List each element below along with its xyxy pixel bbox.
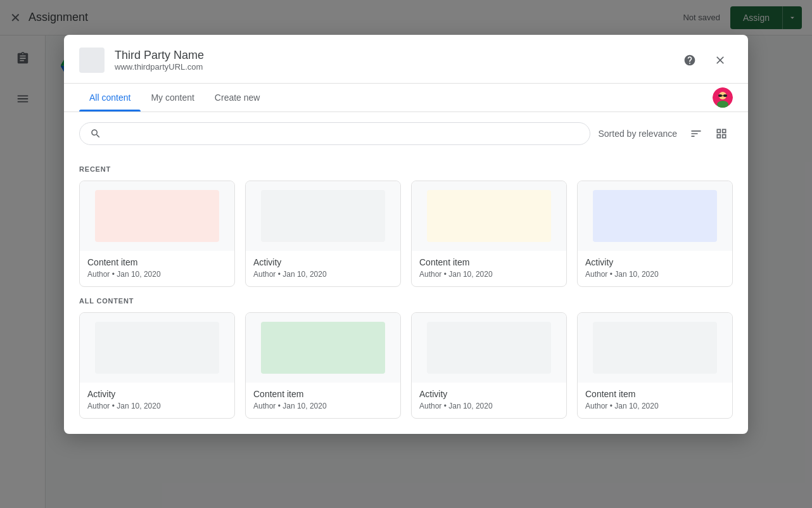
card-1-title: Content item bbox=[87, 257, 227, 267]
card-7-thumb bbox=[412, 313, 566, 383]
card-3-meta: Author • Jan 10, 2020 bbox=[419, 270, 559, 279]
modal-title: Third Party Name bbox=[115, 49, 677, 62]
card-2-thumb-inner bbox=[261, 190, 384, 243]
help-button[interactable] bbox=[677, 48, 702, 73]
card-3[interactable]: Content item Author • Jan 10, 2020 bbox=[411, 181, 567, 287]
card-2-thumb bbox=[246, 181, 400, 251]
card-6-info: Content item Author • Jan 10, 2020 bbox=[246, 383, 400, 418]
recent-cards-grid: Content item Author • Jan 10, 2020 Activ… bbox=[79, 181, 733, 287]
card-7-info: Activity Author • Jan 10, 2020 bbox=[412, 383, 566, 418]
modal-tabs: All content My content Create new bbox=[64, 84, 748, 112]
svg-rect-4 bbox=[722, 96, 724, 96]
modal-body: RECENT Content item Author • Jan 10, 202… bbox=[64, 155, 748, 434]
tab-my-content[interactable]: My content bbox=[141, 84, 204, 111]
card-2-info: Activity Author • Jan 10, 2020 bbox=[246, 251, 400, 286]
modal-header: Third Party Name www.thirdpartyURL.com bbox=[64, 35, 748, 84]
card-7[interactable]: Activity Author • Jan 10, 2020 bbox=[411, 312, 567, 419]
content-picker-modal: Third Party Name www.thirdpartyURL.com A… bbox=[64, 35, 748, 434]
card-5-meta: Author • Jan 10, 2020 bbox=[87, 402, 227, 410]
card-3-thumb-inner bbox=[427, 190, 550, 243]
card-8-meta: Author • Jan 10, 2020 bbox=[585, 402, 725, 410]
card-5-thumb bbox=[80, 313, 234, 383]
all-content-cards-grid: Activity Author • Jan 10, 2020 Content i… bbox=[79, 312, 733, 419]
card-3-thumb bbox=[412, 181, 566, 251]
card-6-meta: Author • Jan 10, 2020 bbox=[253, 402, 393, 410]
card-1-thumb bbox=[80, 181, 234, 251]
card-8-info: Content item Author • Jan 10, 2020 bbox=[578, 383, 732, 418]
tab-create-new[interactable]: Create new bbox=[205, 84, 270, 111]
card-4[interactable]: Activity Author • Jan 10, 2020 bbox=[577, 181, 733, 287]
search-input-wrap[interactable] bbox=[79, 122, 590, 145]
modal-logo bbox=[79, 48, 105, 73]
card-6-thumb bbox=[246, 313, 400, 383]
modal-header-actions bbox=[677, 48, 733, 73]
card-5-thumb-inner bbox=[95, 322, 219, 374]
card-4-meta: Author • Jan 10, 2020 bbox=[585, 270, 725, 279]
card-5[interactable]: Activity Author • Jan 10, 2020 bbox=[79, 312, 235, 419]
card-1[interactable]: Content item Author • Jan 10, 2020 bbox=[79, 181, 235, 287]
card-2[interactable]: Activity Author • Jan 10, 2020 bbox=[245, 181, 401, 287]
search-input[interactable] bbox=[106, 129, 580, 139]
card-8[interactable]: Content item Author • Jan 10, 2020 bbox=[577, 312, 733, 419]
card-6-title: Content item bbox=[253, 389, 393, 399]
modal-url: www.thirdpartyURL.com bbox=[115, 62, 677, 72]
card-4-info: Activity Author • Jan 10, 2020 bbox=[578, 251, 732, 286]
sort-label: Sorted by relevance bbox=[598, 129, 677, 139]
search-bar: Sorted by relevance bbox=[64, 112, 748, 155]
tab-all-content[interactable]: All content bbox=[79, 84, 141, 111]
svg-rect-3 bbox=[723, 94, 727, 97]
user-avatar[interactable] bbox=[713, 87, 733, 108]
search-icon bbox=[90, 128, 101, 139]
modal-overlay: Third Party Name www.thirdpartyURL.com A… bbox=[0, 0, 812, 508]
card-8-thumb bbox=[578, 313, 732, 383]
card-4-thumb-inner bbox=[593, 190, 716, 243]
card-1-meta: Author • Jan 10, 2020 bbox=[87, 270, 227, 279]
recent-section-label: RECENT bbox=[79, 165, 733, 173]
card-1-thumb-inner bbox=[95, 190, 219, 243]
modal-title-block: Third Party Name www.thirdpartyURL.com bbox=[115, 49, 677, 72]
card-3-info: Content item Author • Jan 10, 2020 bbox=[412, 251, 566, 286]
sort-icon-button[interactable] bbox=[685, 122, 707, 145]
card-2-title: Activity bbox=[253, 257, 393, 267]
card-1-info: Content item Author • Jan 10, 2020 bbox=[80, 251, 234, 286]
svg-rect-2 bbox=[718, 94, 722, 97]
view-icons bbox=[685, 122, 733, 145]
card-7-meta: Author • Jan 10, 2020 bbox=[419, 402, 559, 410]
card-5-info: Activity Author • Jan 10, 2020 bbox=[80, 383, 234, 418]
grid-view-button[interactable] bbox=[710, 122, 733, 145]
all-content-section-label: ALL CONTENT bbox=[79, 297, 733, 305]
card-7-title: Activity bbox=[419, 389, 559, 399]
card-6-thumb-inner bbox=[261, 322, 384, 374]
card-7-thumb-inner bbox=[427, 322, 550, 374]
card-5-title: Activity bbox=[87, 389, 227, 399]
card-4-thumb bbox=[578, 181, 732, 251]
card-4-title: Activity bbox=[585, 257, 725, 267]
card-2-meta: Author • Jan 10, 2020 bbox=[253, 270, 393, 279]
close-modal-button[interactable] bbox=[707, 48, 733, 73]
card-3-title: Content item bbox=[419, 257, 559, 267]
card-8-thumb-inner bbox=[593, 322, 716, 374]
card-6[interactable]: Content item Author • Jan 10, 2020 bbox=[245, 312, 401, 419]
card-8-title: Content item bbox=[585, 389, 725, 399]
